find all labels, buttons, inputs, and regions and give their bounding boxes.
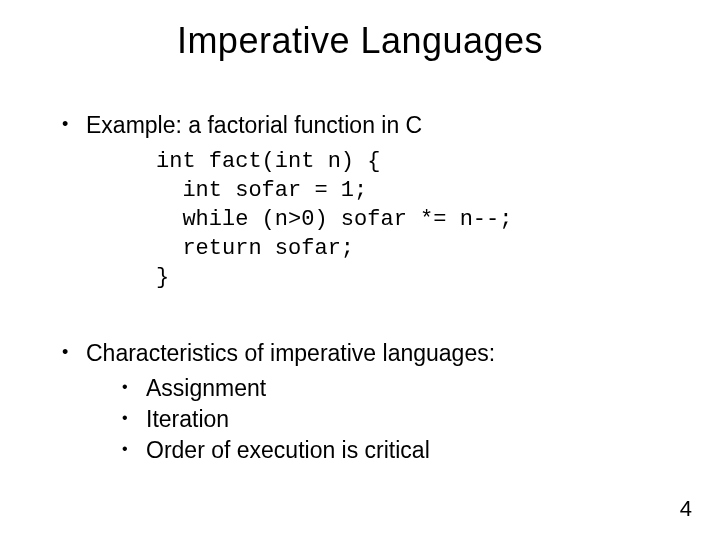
code-block: int fact(int n) { int sofar = 1; while (… — [156, 147, 670, 292]
bullet-list: Characteristics of imperative languages:… — [62, 338, 670, 466]
bullet-text: Characteristics of imperative languages: — [86, 340, 495, 366]
bullet-list: Example: a factorial function in C int f… — [62, 110, 670, 292]
bullet-item: Example: a factorial function in C int f… — [62, 110, 670, 292]
sub-bullet-item: Iteration — [122, 404, 670, 435]
sub-bullet-item: Order of execution is critical — [122, 435, 670, 466]
slide-body: Example: a factorial function in C int f… — [62, 110, 670, 484]
spacer — [62, 310, 670, 338]
bullet-item: Characteristics of imperative languages:… — [62, 338, 670, 466]
slide: Imperative Languages Example: a factoria… — [0, 0, 720, 540]
sub-bullet-list: Assignment Iteration Order of execution … — [86, 373, 670, 466]
sub-bullet-item: Assignment — [122, 373, 670, 404]
page-number: 4 — [680, 496, 692, 522]
slide-title: Imperative Languages — [0, 20, 720, 62]
bullet-text: Example: a factorial function in C — [86, 112, 422, 138]
